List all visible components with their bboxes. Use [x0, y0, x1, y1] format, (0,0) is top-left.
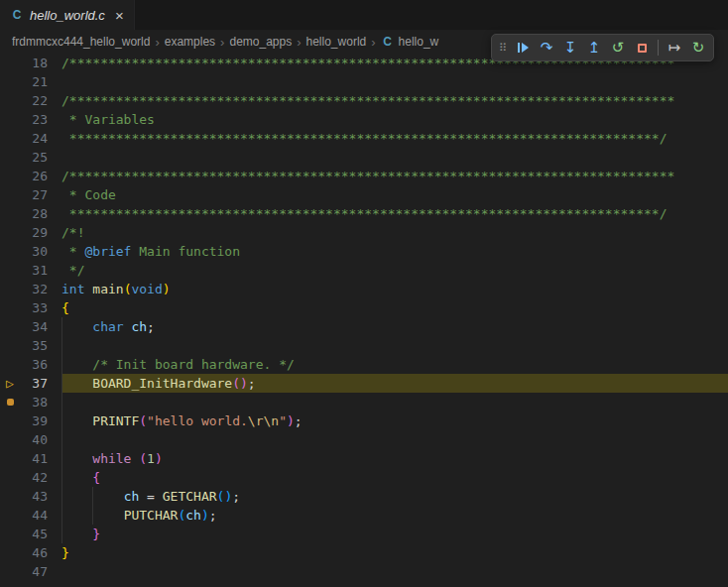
code-line[interactable]: 22/*************************************…	[0, 91, 728, 110]
code-line[interactable]: 25	[0, 148, 728, 167]
line-number[interactable]: 47	[20, 562, 48, 581]
restart-button[interactable]: ↺	[606, 36, 630, 59]
code-line[interactable]: 33{	[0, 298, 728, 317]
line-content[interactable]: {	[61, 468, 728, 487]
line-content[interactable]: /*!	[61, 223, 728, 242]
line-number[interactable]: 25	[20, 148, 48, 167]
line-content[interactable]	[61, 72, 728, 91]
line-number[interactable]: 36	[20, 355, 48, 374]
line-content[interactable]: int main(void)	[61, 280, 728, 298]
step-out-button[interactable]: ↥	[582, 36, 606, 59]
code-line[interactable]: 31 */	[0, 261, 728, 280]
line-number[interactable]: 22	[20, 91, 48, 110]
code-line[interactable]: 30 * @brief Main function	[0, 242, 728, 261]
line-content[interactable]: * Code	[61, 185, 728, 204]
breadcrumb-item[interactable]: demo_apps	[229, 35, 292, 49]
line-content[interactable]: }	[61, 543, 728, 562]
breadcrumb-item[interactable]: frdmmcxc444_hello_world	[12, 35, 150, 49]
line-number[interactable]: 27	[20, 185, 48, 204]
code-line[interactable]: 43 ch = GETCHAR();	[0, 487, 728, 506]
code-line[interactable]: 23 * Variables	[0, 110, 728, 129]
line-content[interactable]: while (1)	[61, 449, 728, 468]
code-line[interactable]: ▷37 BOARD_InitHardware();	[0, 374, 728, 393]
line-content[interactable]: /* Init board hardware. */	[61, 355, 728, 374]
breadcrumb-item[interactable]: hello_world	[306, 35, 367, 49]
code-line[interactable]: 45 }	[0, 525, 728, 543]
code-line[interactable]: 39 PRINTF("hello world.\r\n");	[0, 411, 728, 430]
code-line[interactable]: 46}	[0, 543, 728, 562]
line-content[interactable]: }	[61, 525, 728, 543]
code-line[interactable]: 44 PUTCHAR(ch);	[0, 506, 728, 525]
line-number[interactable]: 21	[20, 72, 48, 91]
breadcrumb-item-file[interactable]: Chello_w	[381, 35, 439, 49]
code-line[interactable]: 32int main(void)	[0, 280, 728, 298]
line-content[interactable]: char ch;	[61, 317, 728, 336]
line-content[interactable]: * @brief Main function	[61, 242, 728, 261]
code-line[interactable]: 41 while (1)	[0, 449, 728, 468]
run-to-cursor-button[interactable]: ↦	[663, 36, 686, 59]
line-content[interactable]: /***************************************…	[61, 167, 728, 185]
code-line[interactable]: 36 /* Init board hardware. */	[0, 355, 728, 374]
line-number[interactable]: 30	[20, 242, 48, 261]
line-content[interactable]: ****************************************…	[61, 129, 728, 148]
line-number[interactable]: 44	[20, 506, 48, 525]
continue-button[interactable]	[511, 36, 535, 59]
line-number[interactable]: 24	[20, 129, 48, 148]
line-number[interactable]: 23	[20, 110, 48, 129]
line-content[interactable]	[61, 148, 728, 167]
debug-current-line-arrow-icon[interactable]: ▷	[0, 374, 20, 393]
line-number[interactable]: 40	[20, 430, 48, 449]
line-number[interactable]: 28	[20, 204, 48, 223]
tab-hello-world-c[interactable]: C hello_world.c ×	[0, 0, 135, 30]
step-into-button[interactable]: ↧	[558, 36, 582, 59]
line-content[interactable]: ****************************************…	[61, 204, 728, 223]
code-line[interactable]: 47	[0, 562, 728, 581]
line-number[interactable]: 38	[20, 393, 48, 411]
line-number[interactable]: 33	[20, 298, 48, 317]
line-content[interactable]: PUTCHAR(ch);	[61, 506, 728, 525]
reset-target-button[interactable]: ↻	[686, 36, 710, 59]
line-content[interactable]: BOARD_InitHardware();	[61, 374, 728, 393]
line-number[interactable]: 42	[20, 468, 48, 487]
line-content[interactable]: * Variables	[61, 110, 728, 129]
breadcrumb-item[interactable]: examples	[165, 35, 215, 49]
line-number[interactable]: 35	[20, 336, 48, 355]
drag-handle-icon[interactable]: ⠿	[495, 36, 511, 59]
code-line[interactable]: 28 *************************************…	[0, 204, 728, 223]
line-content[interactable]: {	[61, 298, 728, 317]
line-number[interactable]: 45	[20, 525, 48, 543]
line-content[interactable]: /***************************************…	[61, 91, 728, 110]
line-number[interactable]: 34	[20, 317, 48, 336]
line-number[interactable]: 43	[20, 487, 48, 506]
line-content[interactable]	[61, 393, 728, 411]
line-content[interactable]: */	[61, 261, 728, 280]
line-content[interactable]	[61, 430, 728, 449]
code-line[interactable]: 42 {	[0, 468, 728, 487]
line-number[interactable]: 32	[20, 280, 48, 298]
line-number[interactable]: 31	[20, 261, 48, 280]
breakpoint-dot-icon[interactable]	[0, 393, 20, 411]
code-line[interactable]: 24 *************************************…	[0, 129, 728, 148]
line-number[interactable]: 41	[20, 449, 48, 468]
close-icon[interactable]: ×	[115, 8, 124, 23]
line-content[interactable]	[61, 336, 728, 355]
line-content[interactable]: ch = GETCHAR();	[61, 487, 728, 506]
code-line[interactable]: 40	[0, 430, 728, 449]
line-content[interactable]	[61, 562, 728, 581]
code-line[interactable]: 26/*************************************…	[0, 167, 728, 185]
line-number[interactable]: 29	[20, 223, 48, 242]
code-line[interactable]: 35	[0, 336, 728, 355]
line-number[interactable]: 39	[20, 411, 48, 430]
line-number[interactable]: 18	[20, 54, 48, 72]
line-content[interactable]: PRINTF("hello world.\r\n");	[61, 411, 728, 430]
stop-button[interactable]	[630, 36, 654, 59]
code-line[interactable]: 34 char ch;	[0, 317, 728, 336]
line-number[interactable]: 46	[20, 543, 48, 562]
code-line[interactable]: 29/*!	[0, 223, 728, 242]
line-number[interactable]: 26	[20, 167, 48, 185]
code-line[interactable]: 21	[0, 72, 728, 91]
code-line[interactable]: 38	[0, 393, 728, 411]
code-line[interactable]: 27 * Code	[0, 185, 728, 204]
line-number[interactable]: 37	[20, 374, 48, 393]
step-over-button[interactable]: ↷	[535, 36, 558, 59]
